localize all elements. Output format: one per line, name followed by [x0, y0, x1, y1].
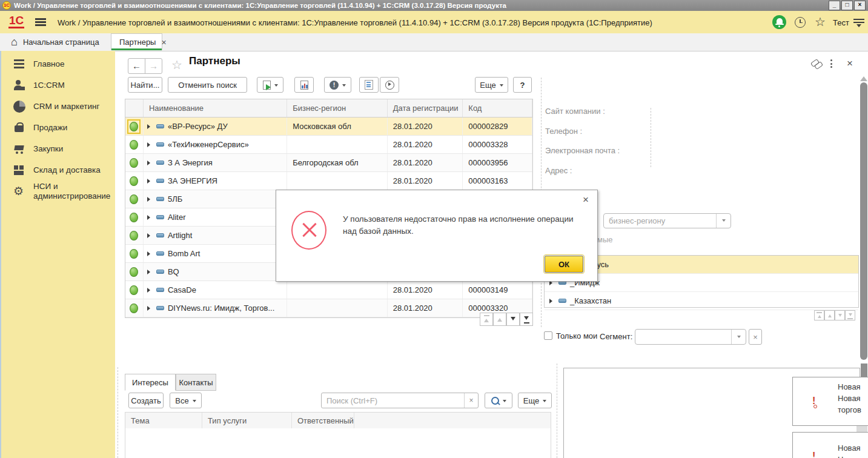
dialog-close-icon[interactable] — [583, 194, 589, 206]
chevron-down-icon[interactable] — [716, 214, 731, 228]
expand-arrow-icon[interactable] — [147, 161, 153, 165]
scrollbar-thumb[interactable] — [860, 82, 867, 360]
interests-column-header[interactable]: Ответственный — [292, 413, 354, 429]
expand-arrow-icon[interactable] — [147, 306, 153, 311]
cancel-search-button[interactable]: Отменить поиск — [168, 77, 247, 93]
interests-column-header[interactable]: Тема — [125, 413, 202, 429]
segment-clear-icon[interactable] — [749, 329, 762, 345]
tree-scroll-top-button[interactable] — [814, 310, 824, 320]
tab-close-icon[interactable] — [161, 38, 166, 47]
main-menu-icon[interactable] — [35, 18, 46, 26]
find-button[interactable]: Найти... — [128, 77, 162, 93]
tab-home[interactable]: Начальная страница — [2, 33, 118, 50]
expand-arrow-icon[interactable] — [147, 251, 153, 256]
get-link-icon[interactable] — [811, 61, 822, 68]
table-row[interactable]: «ТехИнженерСервис» 28.01.2020 000003328 — [125, 136, 532, 154]
minimize-icon[interactable]: _ — [829, 1, 840, 10]
interests-tab[interactable]: Интересы — [125, 374, 176, 391]
scroll-bottom-button[interactable] — [520, 313, 533, 326]
expand-arrow-icon[interactable] — [147, 197, 153, 202]
create-button[interactable]: Создать — [128, 393, 164, 408]
tree-row[interactable]: _Казахстан — [545, 292, 858, 310]
group-icon — [558, 299, 566, 303]
scrollbar-up-icon[interactable] — [860, 73, 867, 81]
column-header-code[interactable]: Код — [463, 99, 532, 117]
status-icon — [130, 158, 138, 168]
table-row[interactable]: «ВР-Ресурс» ДУ Московская обл 28.01.2020… — [125, 118, 532, 136]
expand-arrow-icon[interactable] — [147, 215, 153, 220]
help-button[interactable]: ? — [513, 77, 532, 93]
column-header-date[interactable]: Дата регистрации — [388, 99, 463, 117]
tab-partners[interactable]: Партнеры — [111, 33, 162, 50]
tree-scroll-down-button[interactable] — [835, 310, 845, 320]
expand-arrow-icon[interactable] — [147, 124, 153, 129]
scroll-up-button[interactable] — [493, 313, 506, 326]
bottom-left-splitter[interactable] — [118, 367, 118, 458]
sidebar-item[interactable]: Склад и доставка — [1, 159, 115, 181]
window-close-icon[interactable]: × — [854, 1, 866, 10]
flow-scrollbar-thumb[interactable] — [861, 363, 867, 377]
more-button[interactable]: Еще — [475, 77, 508, 93]
user-button[interactable]: Тест — [833, 18, 849, 27]
maximize-icon[interactable]: □ — [841, 1, 853, 10]
send-message-button[interactable] — [257, 77, 283, 93]
partner-code: 000003956 — [463, 154, 532, 171]
interests-column-header[interactable]: Тип услуги — [202, 413, 292, 429]
run-button[interactable] — [380, 77, 399, 93]
expand-arrow-icon[interactable] — [147, 233, 153, 238]
search-input[interactable] — [322, 393, 464, 408]
ok-button[interactable]: ОК — [545, 256, 583, 273]
notifications-bell-icon[interactable] — [772, 15, 786, 29]
search-clear-icon[interactable] — [464, 393, 478, 408]
table-row[interactable]: З А Энергия Белгородская обл 28.01.2020 … — [125, 154, 532, 172]
sidebar-item[interactable]: 1С:CRM — [1, 75, 115, 96]
column-header-region[interactable]: Бизнес-регион — [287, 99, 388, 117]
tree-scroll-up-button[interactable] — [824, 310, 835, 320]
more-dots-icon[interactable] — [830, 59, 833, 70]
important-button[interactable]: ! — [324, 77, 351, 93]
favorites-star-icon[interactable]: ☆ — [815, 16, 826, 28]
sidebar-item[interactable]: CRM и маркетинг — [1, 96, 115, 117]
expand-arrow-icon[interactable] — [147, 270, 153, 274]
sidebar-item[interactable]: Продажи — [1, 117, 115, 138]
expand-arrow-icon[interactable] — [147, 179, 153, 184]
scroll-down-button[interactable] — [506, 313, 520, 326]
1c-logo[interactable]: 1С — [8, 14, 24, 28]
sidebar-item[interactable]: Закупки — [1, 138, 115, 159]
chevron-down-icon[interactable] — [731, 330, 746, 344]
sidebar-item[interactable]: НСИ и администрирование — [1, 181, 115, 202]
interests-more-button[interactable]: Еще — [518, 393, 552, 408]
back-button[interactable]: ← — [128, 58, 145, 74]
search-button[interactable] — [485, 393, 512, 408]
partner-date: 28.01.2020 — [388, 118, 463, 135]
segment-combo[interactable] — [635, 329, 746, 345]
all-filter-button[interactable]: Все — [170, 393, 202, 408]
interests-tab[interactable]: Контакты — [176, 374, 216, 391]
table-row[interactable]: ЗА ЭНЕРГИЯ 28.01.2020 000003163 — [125, 172, 532, 190]
service-menu-icon[interactable] — [853, 19, 864, 26]
scroll-top-button[interactable] — [480, 313, 493, 326]
expand-arrow-icon[interactable] — [147, 142, 153, 147]
error-message: У пользователя недостаточно прав на испо… — [343, 213, 585, 237]
report-button[interactable] — [294, 77, 314, 93]
bottom-splitter[interactable] — [557, 363, 557, 458]
column-header-name[interactable]: Наименование — [144, 99, 287, 117]
flow-card[interactable]: ! Новая Новая торгов — [792, 377, 868, 426]
expand-arrow-icon[interactable] — [549, 299, 555, 304]
forward-button[interactable]: → — [145, 58, 162, 74]
only-mine-checkbox[interactable] — [544, 331, 552, 340]
form-close-icon[interactable] — [847, 58, 853, 70]
table-row[interactable]: CasaDe 28.01.2020 000003149 — [125, 281, 532, 299]
interests-search[interactable] — [321, 393, 479, 408]
list-view-button[interactable] — [359, 77, 379, 93]
flow-card[interactable]: ! Новая Новая — [792, 432, 868, 458]
sidebar-item-label: CRM и маркетинг — [33, 102, 99, 111]
expand-arrow-icon[interactable] — [147, 288, 153, 293]
form-favorite-star-icon[interactable]: ☆ — [171, 59, 182, 71]
tree-scroll-bottom-button[interactable] — [845, 310, 855, 320]
sidebar-item[interactable]: Главное — [1, 53, 115, 75]
business-region-combo[interactable]: бизнес-региону — [603, 213, 731, 228]
history-icon[interactable] — [795, 17, 806, 28]
table-row[interactable]: DIYNews.ru: Имидж, Торгов... 28.01.2020 … — [125, 299, 532, 317]
tree-label: _Казахстан — [570, 296, 611, 305]
